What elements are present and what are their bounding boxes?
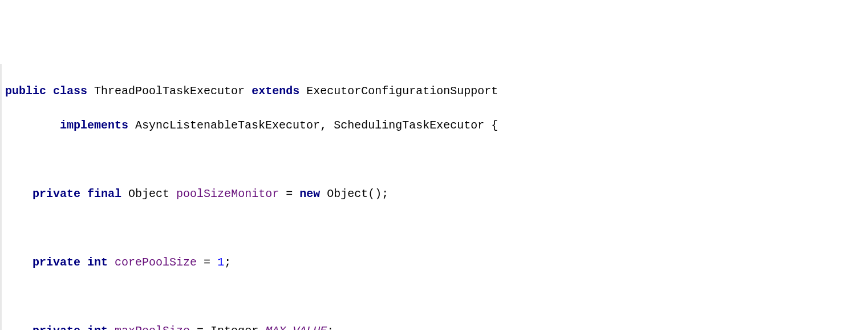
field-name: corePoolSize xyxy=(115,256,197,269)
code-line[interactable]: public class ThreadPoolTaskExecutor exte… xyxy=(5,82,868,100)
keyword-new: new xyxy=(299,187,320,200)
keyword-int: int xyxy=(87,256,108,269)
keyword-final: final xyxy=(87,187,121,200)
keyword-class: class xyxy=(53,84,87,98)
interface-name: SchedulingTaskExecutor xyxy=(334,119,484,132)
code-line-blank[interactable] xyxy=(5,288,868,306)
keyword-private: private xyxy=(33,324,80,330)
field-name: maxPoolSize xyxy=(115,324,190,330)
equals: = Integer. xyxy=(190,324,265,330)
field-name: poolSizeMonitor xyxy=(176,187,279,200)
constant-max-value: MAX_VALUE xyxy=(265,324,327,330)
keyword-private: private xyxy=(33,187,80,200)
code-editor[interactable]: public class ThreadPoolTaskExecutor exte… xyxy=(0,64,868,330)
equals: = xyxy=(197,256,217,269)
code-line-blank[interactable] xyxy=(5,219,868,238)
number-literal: 1 xyxy=(217,256,224,269)
brace-open: { xyxy=(484,119,498,132)
equals: = xyxy=(279,187,299,200)
semicolon: ; xyxy=(327,324,334,330)
type-object: Object xyxy=(128,187,169,200)
code-line[interactable]: private final Object poolSizeMonitor = n… xyxy=(5,185,868,203)
code-line[interactable]: private int maxPoolSize = Integer.MAX_VA… xyxy=(5,322,868,330)
code-line[interactable]: private int corePoolSize = 1; xyxy=(5,253,868,272)
keyword-public: public xyxy=(5,84,46,98)
code-line-blank[interactable] xyxy=(5,151,868,169)
interface-name: AsyncListenableTaskExecutor xyxy=(135,119,320,132)
constructor-call: Object(); xyxy=(320,187,388,200)
comma: , xyxy=(320,119,327,132)
code-line[interactable]: implements AsyncListenableTaskExecutor, … xyxy=(5,116,868,135)
super-class: ExecutorConfigurationSupport xyxy=(306,84,498,98)
class-name: ThreadPoolTaskExecutor xyxy=(94,84,245,98)
keyword-implements: implements xyxy=(60,119,128,132)
semicolon: ; xyxy=(224,256,231,269)
keyword-extends: extends xyxy=(252,84,299,98)
keyword-int: int xyxy=(87,324,108,330)
keyword-private: private xyxy=(33,256,80,269)
